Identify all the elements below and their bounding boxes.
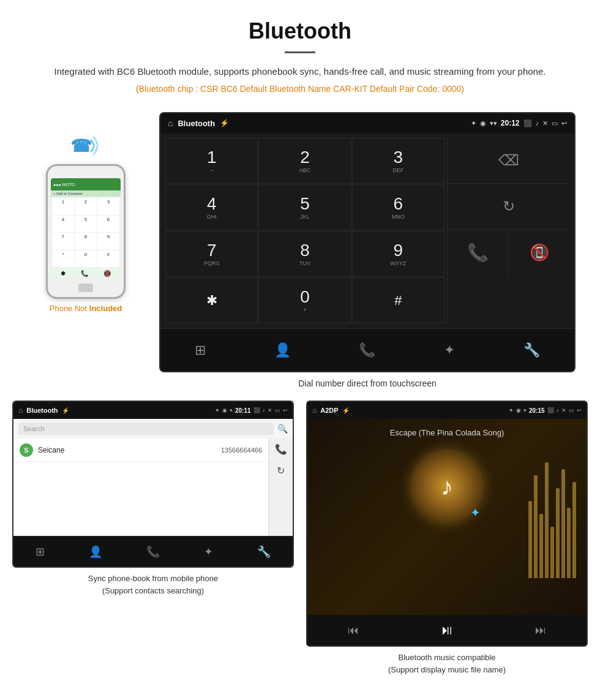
pb-loc-icon: ◉ — [222, 407, 227, 413]
music-screen: ⌂ A2DP ⚡ ✦ ◉ ▾ 20:15 ⬛ ♪ ✕ ▭ ↩ Es — [306, 401, 588, 647]
pb-bt-icon: ✦ — [215, 407, 220, 413]
phonebook-caption: Sync phone-book from mobile phone (Suppo… — [12, 573, 294, 597]
pb-title: Bluetooth — [26, 407, 58, 414]
pb-screen-icon: ▭ — [275, 407, 280, 413]
key-star[interactable]: ✱ — [165, 277, 258, 323]
pb-right-refresh-icon[interactable]: ↻ — [277, 465, 285, 476]
bt-icon-status: ✦ — [471, 119, 476, 127]
dialer-right-panel: ⌫ ↻ 📞 📵 — [447, 138, 569, 323]
key-9[interactable]: 9 WXYZ — [352, 231, 444, 277]
eq-bar-7 — [561, 469, 565, 579]
music-play-pause-button[interactable]: ⏯ — [440, 622, 454, 638]
dialer-bottom-nav: ⊞ 👤 📞 ✦ 🔧 — [160, 328, 574, 371]
pb-right-phone-icon[interactable]: 📞 — [275, 443, 287, 455]
music-caption: Bluetooth music compatible (Support disp… — [306, 652, 588, 676]
usb-icon: ⚡ — [220, 119, 229, 127]
camera-icon-status: ⬛ — [523, 119, 532, 127]
home-icon: ⌂ — [168, 118, 173, 128]
music-song-title: Escape (The Pina Colada Song) — [390, 428, 504, 437]
status-bar-left: ⌂ Bluetooth ⚡ — [168, 118, 229, 128]
pb-cam-icon: ⬛ — [253, 407, 260, 413]
phone-key-9: 9 — [97, 233, 119, 250]
refresh-button[interactable]: ↻ — [448, 184, 569, 230]
pb-contact-row[interactable]: S Seicane 13566664466 — [13, 438, 268, 462]
phone-screen: ●●● MOTO + Add to Contacts 1 2 3 4 5 6 7… — [51, 178, 121, 279]
page-title: Bluetooth — [37, 18, 563, 44]
header-section: Bluetooth Integrated with BC6 Bluetooth … — [0, 0, 600, 112]
phone-key-4: 4 — [52, 216, 74, 233]
key-0[interactable]: 0 + — [258, 277, 351, 323]
nav-bt-icon[interactable]: ✦ — [444, 342, 455, 358]
pb-nav-bt[interactable]: ✦ — [204, 545, 213, 559]
phonebook-screenshot-item: ⌂ Bluetooth ⚡ ✦ ◉ ▾ 20:11 ⬛ ♪ ✕ ▭ ↩ — [12, 401, 294, 676]
nav-grid-icon[interactable]: ⊞ — [195, 342, 206, 358]
dialer-container: ⌂ Bluetooth ⚡ ✦ ◉ ▾▾ 20:12 ⬛ ♪ ✕ ▭ ↩ — [159, 112, 576, 391]
phone-key-star: * — [52, 250, 74, 268]
call-buttons: 📞 📵 — [448, 230, 569, 276]
pb-contacts-list: S Seicane 13566664466 — [13, 438, 268, 536]
call-red-button[interactable]: 📵 — [509, 230, 569, 276]
pb-content-area: S Seicane 13566664466 📞 ↻ — [13, 438, 293, 536]
music-next-button[interactable]: ⏭ — [535, 624, 546, 637]
empty-contacts-area — [13, 462, 268, 536]
music-loc-icon: ◉ — [516, 407, 521, 413]
call-green-button[interactable]: 📞 — [448, 230, 509, 276]
nav-person-icon[interactable]: 👤 — [274, 342, 291, 358]
phone-key-8: 8 — [75, 233, 97, 250]
pb-contact-avatar: S — [20, 443, 33, 457]
phone-not-included-label: Phone Not Included — [50, 304, 122, 313]
pb-nav-phone[interactable]: 📞 — [146, 545, 160, 559]
key-6[interactable]: 6 MNO — [352, 184, 444, 230]
key-4[interactable]: 4 GHI — [165, 184, 258, 230]
pb-home-icon: ⌂ — [18, 406, 23, 415]
dialer-status-bar: ⌂ Bluetooth ⚡ ✦ ◉ ▾▾ 20:12 ⬛ ♪ ✕ ▭ ↩ — [160, 113, 574, 133]
dialer-title: Bluetooth — [178, 119, 215, 128]
phone-keypad: 1 2 3 4 5 6 7 8 9 * 0 # — [51, 197, 121, 268]
key-5[interactable]: 5 JKL — [258, 184, 351, 230]
pb-bottom-nav: ⊞ 👤 📞 ✦ 🔧 — [13, 536, 293, 566]
key-7[interactable]: 7 PQRS — [165, 231, 258, 277]
music-status-right: ✦ ◉ ▾ 20:15 ⬛ ♪ ✕ ▭ ↩ — [509, 407, 582, 414]
pb-sig-icon: ▾ — [230, 407, 233, 413]
status-time: 20:12 — [501, 119, 520, 127]
status-bar-right: ✦ ◉ ▾▾ 20:12 ⬛ ♪ ✕ ▭ ↩ — [471, 119, 567, 127]
key-1[interactable]: 1 ∽ — [165, 138, 258, 184]
main-content: ☎ ●●● MOTO + Add to Contacts 1 2 3 4 5 — [0, 112, 600, 391]
music-equalizer — [528, 450, 577, 578]
header-description: Integrated with BC6 Bluetooth module, su… — [37, 64, 563, 79]
key-hash[interactable]: # — [352, 277, 444, 323]
call-red-icon: 📵 — [530, 243, 549, 262]
phone-key-5: 5 — [75, 216, 97, 233]
pb-search-icon[interactable]: 🔍 — [277, 424, 288, 434]
music-time: 20:15 — [529, 407, 545, 414]
music-note-icon: ♪ — [441, 473, 453, 500]
refresh-icon: ↻ — [503, 198, 515, 215]
back-icon-status: ↩ — [561, 119, 567, 127]
nav-phone-icon[interactable]: 📞 — [359, 342, 375, 358]
pb-search-input[interactable]: Search — [18, 423, 274, 435]
key-2[interactable]: 2 ABC — [258, 138, 351, 184]
pb-nav-person[interactable]: 👤 — [89, 545, 102, 559]
phone-key-2: 2 — [75, 198, 97, 215]
music-album-art: ♪ ✦ — [410, 450, 484, 523]
backspace-button[interactable]: ⌫ — [448, 138, 569, 184]
location-icon: ◉ — [480, 119, 486, 127]
music-title: A2DP — [320, 407, 338, 414]
music-home-icon: ⌂ — [312, 406, 317, 415]
pb-contact-name: Seicane — [38, 446, 221, 454]
key-8[interactable]: 8 TUV — [258, 231, 351, 277]
eq-bar-1 — [528, 501, 532, 578]
eq-bar-5 — [550, 527, 554, 578]
nav-settings-icon[interactable]: 🔧 — [523, 342, 540, 358]
header-specs: (Bluetooth chip : CSR BC6 Default Blueto… — [37, 84, 563, 94]
dialer-keypad-area: 1 ∽ 2 ABC 3 DEF 4 GHI — [160, 133, 574, 328]
pb-nav-settings[interactable]: 🔧 — [257, 545, 271, 559]
backspace-icon: ⌫ — [498, 152, 519, 169]
pb-vol-icon: ♪ — [263, 407, 266, 413]
key-3[interactable]: 3 DEF — [352, 138, 444, 184]
pb-close-icon: ✕ — [268, 407, 272, 413]
phone-top-bar: ●●● MOTO — [51, 178, 121, 190]
pb-nav-grid[interactable]: ⊞ — [36, 545, 45, 559]
music-cam-icon: ⬛ — [547, 407, 554, 413]
music-prev-button[interactable]: ⏮ — [348, 624, 359, 637]
